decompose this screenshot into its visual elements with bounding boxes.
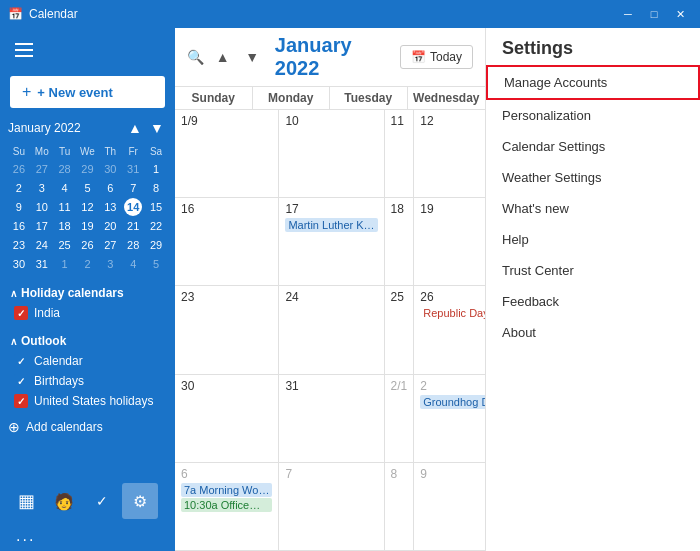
mini-day-29b[interactable]: 29 [147, 236, 165, 254]
mini-day-1[interactable]: 1 [147, 160, 165, 178]
mini-day-22[interactable]: 22 [147, 217, 165, 235]
sidebar-item-birthdays[interactable]: Birthdays [8, 371, 167, 391]
cal-prev-button[interactable]: ▲ [212, 45, 233, 69]
mini-day-24[interactable]: 24 [33, 236, 51, 254]
mini-day-28[interactable]: 28 [56, 160, 74, 178]
cal-cell-25[interactable]: 25 [385, 286, 415, 374]
settings-item-trust-center[interactable]: Trust Center [486, 255, 700, 286]
settings-nav-button[interactable]: ⚙ [122, 483, 158, 519]
cal-event-martin-luther[interactable]: Martin Luther K… [285, 218, 377, 232]
cal-cell-18[interactable]: 18 [385, 198, 415, 286]
mini-day-feb2[interactable]: 2 [78, 255, 96, 273]
mini-day-3[interactable]: 3 [33, 179, 51, 197]
cal-cell-1-9[interactable]: 1/9 [175, 110, 279, 198]
us-holidays-checkbox[interactable] [14, 394, 28, 408]
outlook-section-header[interactable]: ∧ Outlook [8, 331, 167, 351]
settings-item-help[interactable]: Help [486, 224, 700, 255]
mini-day-29[interactable]: 29 [78, 160, 96, 178]
settings-item-manage-accounts[interactable]: Manage Accounts [486, 65, 700, 100]
mini-day-12[interactable]: 12 [78, 198, 96, 216]
mini-day-23[interactable]: 23 [10, 236, 28, 254]
mini-day-14[interactable]: 14 [124, 198, 142, 216]
mini-day-17[interactable]: 17 [33, 217, 51, 235]
cal-next-button[interactable]: ▼ [241, 45, 262, 69]
calendar-nav-button[interactable]: ▦ [8, 483, 44, 519]
mini-day-11[interactable]: 11 [56, 198, 74, 216]
cal-cell-feb8[interactable]: 8 [385, 463, 415, 551]
search-button[interactable]: 🔍 [187, 49, 204, 65]
cal-cell-24[interactable]: 24 [279, 286, 384, 374]
cal-cell-feb6[interactable]: 6 7a Morning Wo… 10:30a Office… [175, 463, 279, 551]
mini-day-30b[interactable]: 30 [10, 255, 28, 273]
today-button[interactable]: 📅 Today [400, 45, 473, 69]
cal-event-republic-day[interactable]: Republic Day [420, 306, 485, 320]
settings-item-weather-settings[interactable]: Weather Settings [486, 162, 700, 193]
minimize-button[interactable]: ─ [616, 4, 640, 24]
birthdays-checkbox[interactable] [14, 374, 28, 388]
cal-cell-12[interactable]: 12 [414, 110, 485, 198]
new-event-button[interactable]: + + New event [10, 76, 165, 108]
mini-day-15[interactable]: 15 [147, 198, 165, 216]
mini-day-feb3[interactable]: 3 [101, 255, 119, 273]
mini-day-13[interactable]: 13 [101, 198, 119, 216]
mini-day-10[interactable]: 10 [33, 198, 51, 216]
tasks-nav-button[interactable]: ✓ [84, 483, 120, 519]
mini-day-feb5[interactable]: 5 [147, 255, 165, 273]
add-calendars-button[interactable]: ⊕ Add calendars [0, 415, 175, 439]
mini-day-30[interactable]: 30 [101, 160, 119, 178]
cal-cell-10[interactable]: 10 [279, 110, 384, 198]
close-button[interactable]: ✕ [668, 4, 692, 24]
cal-cell-feb1[interactable]: 2/1 [385, 375, 415, 463]
mini-day-8[interactable]: 8 [147, 179, 165, 197]
mini-cal-next[interactable]: ▼ [147, 118, 167, 138]
mini-day-2[interactable]: 2 [10, 179, 28, 197]
mini-day-feb4[interactable]: 4 [124, 255, 142, 273]
cal-cell-11[interactable]: 11 [385, 110, 415, 198]
cal-event-office[interactable]: 10:30a Office… [181, 498, 272, 512]
mini-cal-prev[interactable]: ▲ [125, 118, 145, 138]
mini-day-25[interactable]: 25 [56, 236, 74, 254]
sidebar-item-india[interactable]: India [8, 303, 167, 323]
mini-day-28b[interactable]: 28 [124, 236, 142, 254]
people-nav-button[interactable]: 🧑 [46, 483, 82, 519]
sidebar-item-us-holidays[interactable]: United States holidays [8, 391, 167, 411]
mini-day-18[interactable]: 18 [56, 217, 74, 235]
cal-cell-16[interactable]: 16 [175, 198, 279, 286]
mini-day-27[interactable]: 27 [33, 160, 51, 178]
cal-cell-feb2[interactable]: 2 Groundhog Da… [414, 375, 485, 463]
settings-item-personalization[interactable]: Personalization [486, 100, 700, 131]
mini-day-27b[interactable]: 27 [101, 236, 119, 254]
cal-cell-30[interactable]: 30 [175, 375, 279, 463]
mini-day-feb1[interactable]: 1 [56, 255, 74, 273]
mini-day-5[interactable]: 5 [78, 179, 96, 197]
settings-item-feedback[interactable]: Feedback [486, 286, 700, 317]
cal-event-morning[interactable]: 7a Morning Wo… [181, 483, 272, 497]
mini-day-31[interactable]: 31 [124, 160, 142, 178]
cal-cell-19[interactable]: 19 [414, 198, 485, 286]
calendar-checkbox[interactable] [14, 354, 28, 368]
mini-day-26b[interactable]: 26 [78, 236, 96, 254]
mini-day-19[interactable]: 19 [78, 217, 96, 235]
mini-day-31b[interactable]: 31 [33, 255, 51, 273]
maximize-button[interactable]: □ [642, 4, 666, 24]
mini-day-21[interactable]: 21 [124, 217, 142, 235]
more-button[interactable]: ... [0, 525, 175, 551]
india-checkbox[interactable] [14, 306, 28, 320]
cal-cell-feb7[interactable]: 7 [279, 463, 384, 551]
mini-day-20[interactable]: 20 [101, 217, 119, 235]
cal-cell-26[interactable]: 26 Republic Day [414, 286, 485, 374]
cal-cell-feb9[interactable]: 9 [414, 463, 485, 551]
sidebar-item-calendar[interactable]: Calendar [8, 351, 167, 371]
mini-day-7[interactable]: 7 [124, 179, 142, 197]
holiday-section-header[interactable]: ∧ Holiday calendars [8, 283, 167, 303]
cal-cell-23[interactable]: 23 [175, 286, 279, 374]
mini-day-26[interactable]: 26 [10, 160, 28, 178]
settings-item-about[interactable]: About [486, 317, 700, 348]
settings-item-calendar-settings[interactable]: Calendar Settings [486, 131, 700, 162]
cal-event-groundhog[interactable]: Groundhog Da… [420, 395, 485, 409]
cal-cell-31[interactable]: 31 [279, 375, 384, 463]
mini-day-16[interactable]: 16 [10, 217, 28, 235]
mini-day-6[interactable]: 6 [101, 179, 119, 197]
hamburger-button[interactable] [8, 34, 40, 66]
mini-day-4[interactable]: 4 [56, 179, 74, 197]
